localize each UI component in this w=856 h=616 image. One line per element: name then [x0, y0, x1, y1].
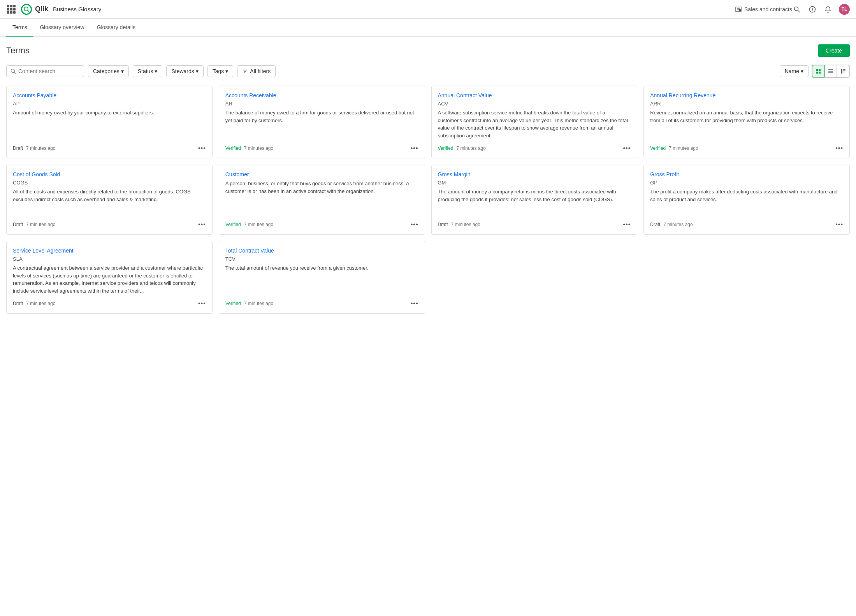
svg-rect-18	[819, 72, 821, 74]
term-description: Amount of money owed by your company to …	[13, 109, 206, 139]
term-description: The total amount of revenue you receive …	[225, 264, 418, 295]
tags-filter[interactable]: Tags ▾	[207, 65, 234, 77]
svg-rect-5	[739, 9, 741, 11]
term-more-button[interactable]: •••	[835, 145, 843, 152]
svg-line-1	[28, 10, 29, 12]
term-name-link[interactable]: Annual Recurring Revenue	[650, 92, 843, 98]
nav-right: ? TL	[792, 4, 850, 15]
term-status-badge: Draft	[650, 222, 660, 227]
help-icon[interactable]: ?	[808, 5, 817, 14]
stewards-filter[interactable]: Stewards ▾	[166, 65, 203, 77]
svg-line-11	[14, 72, 16, 74]
status-filter[interactable]: Status ▾	[133, 65, 163, 77]
search-icon[interactable]	[792, 5, 802, 14]
term-abbr: TCV	[225, 256, 418, 262]
tags-chevron-icon: ▾	[225, 68, 228, 74]
term-timestamp: 7 minutes ago	[244, 146, 273, 151]
main-content: Terms Create Categories ▾ Status ▾ Stewa…	[0, 37, 856, 321]
top-navigation: Qlik Business Glossary Sales and contrac…	[0, 0, 856, 19]
term-more-button[interactable]: •••	[623, 221, 631, 228]
term-footer: Verified 7 minutes ago •••	[225, 145, 418, 152]
term-card: Annual Recurring Revenue ARR Revenue, no…	[643, 86, 850, 158]
term-more-button[interactable]: •••	[198, 221, 206, 228]
qlik-logo[interactable]: Qlik	[21, 4, 48, 15]
term-status-badge: Verified	[225, 301, 241, 306]
categories-filter[interactable]: Categories ▾	[88, 65, 129, 77]
detail-view-icon	[840, 68, 846, 74]
term-footer: Draft 7 minutes ago •••	[13, 300, 206, 307]
term-status-badge: Verified	[650, 146, 666, 151]
term-card: Annual Contract Value ACV A software sub…	[431, 86, 638, 158]
term-name-link[interactable]: Accounts Payable	[13, 92, 206, 98]
term-timestamp: 7 minutes ago	[451, 222, 480, 227]
search-box[interactable]	[6, 65, 84, 77]
term-name-link[interactable]: Accounts Receivable	[225, 92, 418, 98]
tab-glossary-overview[interactable]: Glossary overview	[33, 19, 90, 37]
term-description: A person, business, or entity that buys …	[225, 180, 418, 216]
svg-rect-22	[841, 69, 842, 74]
term-status-badge: Draft	[13, 222, 23, 227]
notification-icon[interactable]	[823, 5, 833, 14]
sort-button[interactable]: Name ▾	[780, 65, 809, 77]
term-name-link[interactable]: Service Level Agreement	[13, 247, 206, 254]
term-card: Gross Profit GP The profit a company mak…	[643, 165, 850, 235]
tab-glossary-details[interactable]: Glossary details	[91, 19, 142, 37]
term-more-button[interactable]: •••	[411, 221, 418, 228]
list-view-button[interactable]	[824, 65, 837, 77]
page-header: Terms Create	[6, 44, 850, 57]
term-more-button[interactable]: •••	[198, 300, 206, 307]
term-footer: Draft 7 minutes ago •••	[13, 221, 206, 228]
search-input-icon	[11, 68, 16, 74]
context-icon	[735, 6, 742, 13]
stewards-chevron-icon: ▾	[196, 68, 199, 74]
sort-chevron-icon: ▾	[801, 68, 803, 74]
term-card: Service Level Agreement SLA A contractua…	[6, 241, 213, 314]
term-name-link[interactable]: Gross Profit	[650, 171, 843, 177]
term-name-link[interactable]: Total Contract Value	[225, 247, 418, 254]
term-footer: Verified 7 minutes ago •••	[438, 145, 631, 152]
svg-rect-16	[819, 69, 821, 71]
term-abbr: AR	[225, 101, 418, 107]
term-name-link[interactable]: Cost of Goods Sold	[13, 171, 206, 177]
list-view-icon	[828, 68, 833, 74]
term-footer: Draft 7 minutes ago •••	[650, 221, 843, 228]
detail-view-button[interactable]	[837, 65, 849, 77]
term-status-badge: Verified	[438, 146, 453, 151]
term-abbr: ACV	[438, 101, 631, 107]
term-card: Customer A person, business, or entity t…	[219, 165, 425, 235]
grid-menu-icon[interactable]	[6, 4, 16, 14]
app-title: Business Glossary	[53, 6, 101, 12]
term-name-link[interactable]: Annual Contract Value	[438, 92, 631, 98]
term-timestamp: 7 minutes ago	[26, 301, 55, 306]
term-footer: Verified 7 minutes ago •••	[225, 221, 418, 228]
term-more-button[interactable]: •••	[411, 145, 418, 152]
term-more-button[interactable]: •••	[835, 221, 843, 228]
term-status-badge: Draft	[438, 222, 448, 227]
search-input[interactable]	[18, 68, 73, 74]
term-timestamp: 7 minutes ago	[669, 146, 698, 151]
term-description: All of the costs and expenses directly r…	[13, 188, 206, 216]
term-more-button[interactable]: •••	[411, 300, 418, 307]
term-card: Cost of Goods Sold COGS All of the costs…	[6, 165, 213, 235]
term-footer: Verified 7 minutes ago •••	[650, 145, 843, 152]
term-description: The balance of money owed to a firm for …	[225, 109, 418, 139]
grid-view-button[interactable]	[812, 65, 824, 77]
all-filters-button[interactable]: All filters	[237, 65, 276, 77]
user-avatar[interactable]: TL	[839, 4, 850, 15]
context-label[interactable]: Sales and contracts	[735, 6, 792, 13]
term-abbr: GP	[650, 180, 843, 186]
context-text: Sales and contracts	[744, 6, 792, 12]
create-button[interactable]: Create	[818, 44, 850, 57]
term-abbr: ARR	[650, 101, 843, 107]
term-name-link[interactable]: Gross Margin	[438, 171, 631, 177]
filters-right: Name ▾	[780, 65, 850, 78]
term-description: A contractual agreement between a servic…	[13, 264, 206, 295]
tab-terms[interactable]: Terms	[6, 19, 33, 37]
categories-chevron-icon: ▾	[121, 68, 124, 74]
term-timestamp: 7 minutes ago	[457, 146, 486, 151]
terms-grid: Accounts Payable AP Amount of money owed…	[6, 86, 850, 314]
term-more-button[interactable]: •••	[198, 145, 206, 152]
term-more-button[interactable]: •••	[623, 145, 631, 152]
term-description: The profit a company makes after deducti…	[650, 188, 843, 216]
term-name-link[interactable]: Customer	[225, 171, 418, 177]
